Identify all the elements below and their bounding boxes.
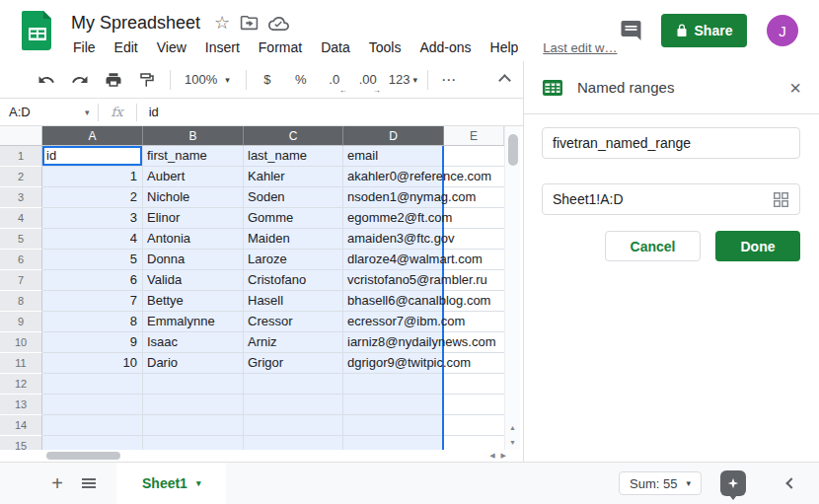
cell-C10[interactable]: Arniz: [244, 332, 343, 353]
cell-A4[interactable]: 3: [42, 208, 143, 229]
cell-B3[interactable]: Nichole: [143, 187, 244, 208]
cell-A13[interactable]: [42, 395, 143, 415]
row-header-6[interactable]: 6: [0, 250, 42, 270]
menu-view[interactable]: View: [155, 37, 188, 57]
horizontal-scrollbar[interactable]: ◀ ▶: [42, 450, 520, 462]
cell-B10[interactable]: Isaac: [143, 332, 244, 353]
cell-D12[interactable]: [343, 374, 444, 395]
star-icon[interactable]: ☆: [214, 14, 230, 32]
cell-A7[interactable]: 6: [42, 270, 143, 291]
cell-A9[interactable]: 8: [42, 312, 143, 332]
move-folder-icon[interactable]: [240, 15, 259, 31]
cell-A8[interactable]: 7: [42, 291, 143, 312]
more-formats-button[interactable]: 123 ▾: [389, 67, 417, 93]
done-button[interactable]: Done: [715, 231, 800, 261]
cell-D8[interactable]: bhasell6@canalblog.com: [343, 291, 444, 312]
cell-D7[interactable]: vcristofano5@rambler.ru: [343, 270, 444, 291]
cell-A3[interactable]: 2: [42, 187, 143, 208]
row-header-7[interactable]: 7: [0, 270, 42, 291]
cell-D15[interactable]: [343, 436, 444, 450]
select-all-corner[interactable]: [0, 126, 42, 146]
menu-edit[interactable]: Edit: [112, 37, 140, 57]
row-header-15[interactable]: 15: [0, 436, 42, 450]
column-header-b[interactable]: B: [143, 126, 244, 146]
cell-A1[interactable]: id: [42, 146, 143, 167]
cell-C4[interactable]: Gomme: [244, 208, 343, 229]
avatar[interactable]: J: [767, 15, 798, 46]
column-header-e[interactable]: E: [444, 126, 504, 146]
vertical-scrollbar[interactable]: ▲ ▼: [504, 126, 520, 450]
cell-A5[interactable]: 4: [42, 229, 143, 250]
cell-B9[interactable]: Emmalynne: [143, 312, 244, 332]
cell-A14[interactable]: [42, 415, 143, 436]
cell-C12[interactable]: [244, 374, 343, 395]
cell-B2[interactable]: Aubert: [143, 167, 244, 187]
scroll-left-button[interactable]: ◀: [489, 452, 494, 460]
cell-C11[interactable]: Grigor: [244, 353, 343, 374]
cell-E12[interactable]: [444, 374, 504, 395]
cell-C7[interactable]: Cristofano: [244, 270, 343, 291]
tab-sheet1[interactable]: Sheet1 ▾: [116, 463, 226, 504]
chevron-down-icon[interactable]: ▾: [85, 108, 90, 117]
format-percent-button[interactable]: %: [288, 67, 314, 93]
decrease-decimal-button[interactable]: .0 ←: [322, 67, 347, 93]
cell-C5[interactable]: Maiden: [244, 229, 343, 250]
cell-B14[interactable]: [143, 415, 244, 436]
menu-tools[interactable]: Tools: [367, 37, 404, 57]
cell-D10[interactable]: iarniz8@nydailynews.com: [343, 332, 444, 353]
share-button[interactable]: Share: [661, 14, 747, 47]
cell-D14[interactable]: [343, 415, 444, 436]
row-header-14[interactable]: 14: [0, 415, 42, 436]
cell-A15[interactable]: [42, 436, 143, 450]
sum-dropdown[interactable]: Sum: 55 ▾: [619, 471, 702, 495]
scroll-down-button[interactable]: ▼: [505, 435, 520, 450]
vertical-scrollbar-thumb[interactable]: [508, 134, 518, 166]
range-name-input[interactable]: [553, 135, 789, 151]
paint-format-button[interactable]: [134, 67, 160, 93]
cell-A12[interactable]: [42, 374, 143, 395]
row-header-8[interactable]: 8: [0, 291, 42, 312]
range-ref-input[interactable]: [553, 191, 773, 207]
cell-D13[interactable]: [343, 395, 444, 415]
cell-D1[interactable]: email: [343, 146, 444, 167]
cell-B5[interactable]: Antonia: [143, 229, 244, 250]
scroll-up-button[interactable]: ▲: [505, 420, 520, 435]
cell-E13[interactable]: [444, 395, 504, 415]
cell-B7[interactable]: Valida: [143, 270, 244, 291]
cell-C3[interactable]: Soden: [244, 187, 343, 208]
cell-C2[interactable]: Kahler: [244, 167, 343, 187]
document-title[interactable]: My Spreadsheet: [71, 13, 200, 34]
more-toolbar-button[interactable]: ⋯: [436, 67, 462, 93]
collapse-panel-button[interactable]: [783, 475, 799, 491]
row-header-9[interactable]: 9: [0, 312, 42, 332]
comment-icon[interactable]: [619, 19, 643, 42]
cell-A6[interactable]: 5: [42, 250, 143, 270]
cell-A11[interactable]: 10: [42, 353, 143, 374]
column-header-c[interactable]: C: [244, 126, 343, 146]
cell-C14[interactable]: [244, 415, 343, 436]
sheets-logo-icon[interactable]: [22, 11, 53, 50]
formula-input[interactable]: id: [149, 105, 159, 119]
column-header-a[interactable]: A: [42, 126, 143, 146]
row-header-1[interactable]: 1: [0, 146, 42, 167]
menu-format[interactable]: Format: [257, 37, 304, 57]
cell-D3[interactable]: nsoden1@nymag.com: [343, 187, 444, 208]
row-header-3[interactable]: 3: [0, 187, 42, 208]
close-icon[interactable]: ×: [789, 78, 801, 98]
menu-add-ons[interactable]: Add-ons: [417, 37, 473, 57]
cell-B4[interactable]: Elinor: [143, 208, 244, 229]
cell-E1[interactable]: [444, 146, 504, 167]
all-sheets-button[interactable]: [75, 469, 103, 497]
cell-B1[interactable]: first_name: [143, 146, 244, 167]
cell-D2[interactable]: akahler0@reference.com: [343, 167, 444, 187]
print-button[interactable]: [101, 67, 126, 93]
last-edit-link[interactable]: Last edit w…: [543, 40, 617, 55]
row-header-2[interactable]: 2: [0, 167, 42, 187]
cell-C15[interactable]: [244, 436, 343, 450]
cell-D5[interactable]: amaiden3@ftc.gov: [343, 229, 444, 250]
cell-D11[interactable]: dgrigor9@twitpic.com: [343, 353, 444, 374]
cell-D6[interactable]: dlaroze4@walmart.com: [343, 250, 444, 270]
cell-A2[interactable]: 1: [42, 167, 143, 187]
cell-D9[interactable]: ecressor7@ibm.com: [343, 312, 444, 332]
cell-E15[interactable]: [444, 436, 504, 450]
